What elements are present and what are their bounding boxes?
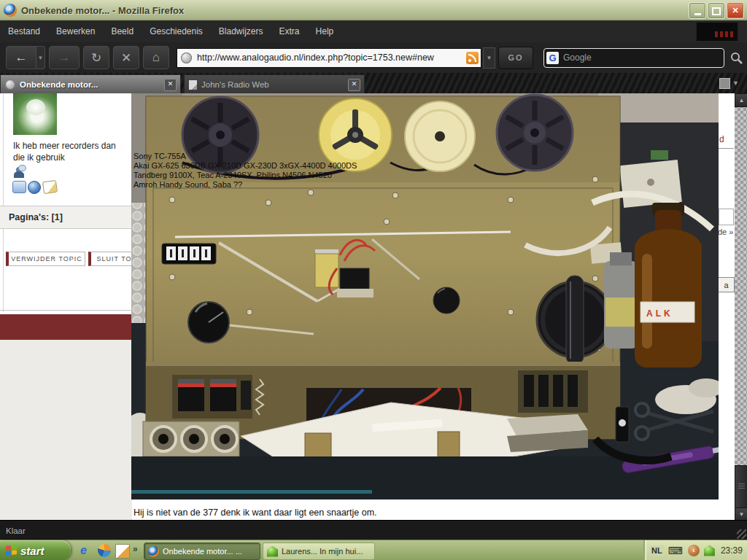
window-titlebar: Onbekende motor... - Mozilla Firefox ✕ — [0, 0, 747, 20]
window-title: Onbekende motor... - Mozilla Firefox — [21, 5, 184, 16]
menu-bestand[interactable]: Bestand — [0, 20, 48, 42]
menu-bewerken[interactable]: Bewerken — [48, 20, 103, 42]
tab-label: John's Radio Web — [201, 80, 344, 89]
messenger-task-icon — [267, 546, 278, 557]
website-globe-icon[interactable] — [28, 181, 41, 194]
clock: 23:39 — [721, 545, 743, 556]
edit-note-icon[interactable] — [42, 180, 58, 194]
forum-section-header-band — [0, 314, 132, 340]
pages-label: Pagina's: [1] — [9, 212, 63, 222]
url-bar — [177, 48, 481, 68]
menu-extra[interactable]: Extra — [271, 20, 308, 42]
taskbar: start e » Onbekende motor... ... Laurens… — [0, 540, 747, 560]
firefox-brand-logo — [696, 22, 738, 42]
search-icon[interactable] — [730, 52, 743, 64]
idler-wheel-cream — [405, 101, 475, 171]
scroll-up-icon[interactable]: ▲ — [735, 93, 747, 107]
windows-logo-icon — [6, 545, 17, 556]
close-button[interactable]: ✕ — [727, 2, 744, 19]
svg-text:ALK: ALK — [646, 308, 673, 319]
show-desktop-icon[interactable] — [115, 544, 130, 559]
firefox-app-icon — [4, 4, 17, 17]
forward-button[interactable]: → — [49, 46, 80, 69]
view-profile-icon[interactable] — [13, 165, 26, 179]
menu-beeld[interactable]: Beeld — [103, 20, 142, 42]
hide-tray-icons-chevron[interactable]: ‹ — [688, 545, 700, 556]
page-favicon-icon — [189, 80, 197, 90]
user-avatar — [13, 93, 57, 135]
globe-favicon-icon — [5, 79, 15, 90]
signature-line: Sony TC-755A — [133, 152, 357, 161]
knob-small — [188, 302, 229, 343]
signature-line: Akai GX-625 630DB GX-210D GX-230D 3xGX-4… — [133, 161, 357, 171]
language-indicator[interactable]: NL — [649, 545, 665, 556]
delete-topic-button[interactable]: VERWIJDER TOPIC — [6, 252, 85, 266]
post-signature-overlay: Sony TC-755A Akai GX-625 630DB GX-210D G… — [133, 152, 357, 190]
restore-button[interactable] — [708, 2, 725, 19]
start-button[interactable]: start — [0, 540, 71, 560]
page-lower-background — [0, 340, 132, 520]
home-button[interactable]: ⌂ — [143, 46, 169, 69]
google-engine-icon[interactable]: G — [546, 52, 559, 64]
taskbar-task-firefox[interactable]: Onbekende motor... ... — [144, 542, 260, 560]
media-player-icon[interactable] — [98, 544, 111, 557]
menu-bladwijzers[interactable]: Bladwijzers — [211, 20, 271, 42]
navigation-toolbar: ← ▼ → ↻ ✕ ⌂ ▼ GO G — [0, 42, 747, 73]
pages-bar: Pagina's: [1] — [0, 206, 132, 229]
menu-geschiedenis[interactable]: Geschiedenis — [142, 20, 211, 42]
task-label: Laurens... In mijn hui... — [282, 547, 363, 556]
reel-hub-right — [497, 95, 573, 171]
post-body-text: Hij is niet van de 377 denk ik want daar… — [133, 508, 377, 518]
signature-line: Tandberg 9100X, Teac A-2340SX, Philips N… — [133, 171, 357, 180]
next-page-link-fragment[interactable]: de » — [718, 228, 733, 236]
post-column-border — [3, 93, 4, 312]
menu-help[interactable]: Help — [308, 20, 342, 42]
reload-button[interactable]: ↻ — [83, 46, 109, 69]
red-text-fragment: d — [719, 134, 724, 144]
output-jacks — [151, 427, 237, 451]
instant-message-icon[interactable] — [12, 181, 26, 193]
system-tray: NL ⌨ ‹ 23:39 — [643, 540, 747, 560]
tab-johns-radio-web[interactable]: John's Radio Web ✕ — [184, 74, 365, 95]
page-content: Ik heb meer recorders dan die ik gebruik… — [0, 93, 747, 520]
keyboard-icon[interactable]: ⌨ — [668, 545, 683, 556]
internet-explorer-icon[interactable]: e — [80, 544, 93, 557]
messenger-tray-icon[interactable] — [704, 545, 715, 556]
menu-bar: Bestand Bewerken Beeld Geschiedenis Blad… — [0, 20, 747, 43]
tab-onbekende-motor[interactable]: Onbekende motor... ✕ — [0, 74, 181, 95]
tab-bar: Onbekende motor... ✕ John's Radio Web ✕ … — [0, 73, 747, 93]
status-text: Klaar — [6, 526, 26, 535]
taskbar-task-messenger[interactable]: Laurens... In mijn hui... — [263, 542, 375, 560]
back-button[interactable]: ← — [6, 46, 36, 69]
firefox-task-icon — [148, 546, 159, 557]
status-bar: Klaar — [0, 520, 747, 540]
resize-grip[interactable] — [737, 529, 746, 539]
tape-counter — [162, 244, 216, 264]
divider-line — [0, 310, 132, 311]
stop-button[interactable]: ✕ — [113, 46, 139, 69]
search-bar: G — [543, 48, 724, 68]
quicklaunch-overflow-chevron[interactable]: » — [133, 544, 138, 554]
search-input[interactable] — [562, 52, 724, 63]
back-history-dropdown[interactable]: ▼ — [36, 46, 45, 69]
list-all-tabs-button[interactable]: ▼ — [719, 76, 741, 90]
task-label: Onbekende motor... ... — [163, 547, 242, 556]
go-button[interactable]: GO — [498, 47, 533, 69]
tab-label: Onbekende motor... — [20, 80, 160, 89]
scrollbar-thumb[interactable] — [735, 465, 747, 508]
url-input[interactable] — [196, 52, 466, 63]
divider-fragment — [719, 148, 734, 149]
signature-text: Ik heb meer recorders dan die ik gebruik — [13, 140, 124, 163]
rss-feed-icon[interactable] — [466, 52, 479, 64]
tab-close-icon[interactable]: ✕ — [164, 79, 177, 91]
start-label: start — [20, 545, 44, 557]
input-fragment[interactable] — [719, 209, 734, 225]
button-fragment[interactable]: a — [718, 277, 735, 292]
site-favicon-globe-icon — [181, 52, 192, 63]
minimize-button[interactable] — [689, 2, 706, 19]
tab-close-icon[interactable]: ✕ — [348, 79, 360, 91]
url-history-dropdown[interactable]: ▼ — [483, 47, 495, 69]
vertical-scrollbar[interactable]: ▲ ▼ — [735, 93, 747, 520]
signature-line: Amroh Handy Sound, Saba ?? — [133, 180, 357, 190]
